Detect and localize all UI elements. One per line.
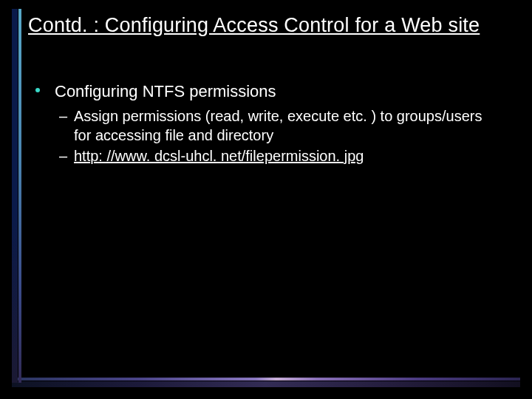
bullet-level1: Configuring NTFS permissions — [35, 81, 502, 102]
slide-body: Configuring NTFS permissions – Assign pe… — [35, 81, 502, 166]
bullet-level2-link: http: //www. dcsl-uhcl. net/filepermissi… — [74, 148, 364, 164]
bottom-accent-dark — [12, 381, 520, 387]
bullet-level1-text: Configuring NTFS permissions — [55, 82, 276, 100]
left-accent-dark — [12, 9, 18, 383]
bullet-level2: – http: //www. dcsl-uhcl. net/filepermis… — [55, 146, 502, 166]
bullet-level2-text: Assign permissions (read, write, execute… — [74, 108, 482, 143]
slide-title: Contd. : Configuring Access Control for … — [28, 13, 510, 38]
left-accent-bar — [12, 9, 22, 383]
bottom-accent-light — [12, 378, 520, 381]
slide: Contd. : Configuring Access Control for … — [0, 0, 532, 399]
bullet-dot-icon — [35, 88, 40, 92]
left-accent-light — [18, 9, 21, 383]
bullet-level2: – Assign permissions (read, write, execu… — [55, 106, 502, 145]
bullet-dash-icon: – — [59, 106, 67, 126]
bottom-accent-bar — [12, 377, 520, 387]
bullet-dash-icon: – — [59, 146, 67, 166]
